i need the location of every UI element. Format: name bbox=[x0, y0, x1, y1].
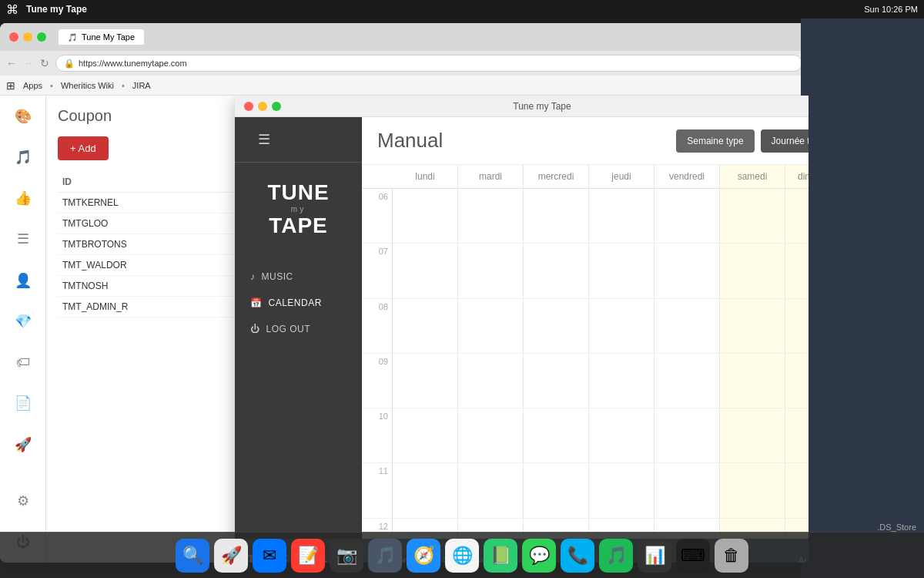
close-dot[interactable] bbox=[9, 32, 18, 42]
back-button[interactable]: ← bbox=[6, 57, 17, 69]
hamburger-button[interactable]: ☰ bbox=[246, 125, 282, 154]
cal-cell[interactable] bbox=[654, 463, 720, 518]
cal-cell[interactable] bbox=[785, 408, 808, 463]
cal-cell[interactable] bbox=[393, 354, 458, 408]
cal-cell[interactable] bbox=[654, 354, 720, 408]
cal-cell[interactable] bbox=[785, 299, 808, 354]
admin-icon-list[interactable]: ☰ bbox=[9, 227, 37, 252]
refresh-button[interactable]: ↻ bbox=[40, 57, 49, 69]
dock-trash[interactable]: 🗑 bbox=[715, 539, 748, 573]
dock-activity[interactable]: 📊 bbox=[638, 539, 671, 573]
tmt-logo-my: my bbox=[250, 205, 346, 213]
cal-cell[interactable] bbox=[720, 463, 785, 518]
cal-cell[interactable] bbox=[524, 463, 589, 518]
dock-tmt[interactable]: 🎵 bbox=[368, 539, 402, 573]
coupon-content: Coupon + Add ID Discount Expires Status … bbox=[46, 96, 808, 563]
cal-cell[interactable] bbox=[524, 408, 589, 463]
browser-tab[interactable]: 🎵 Tune My Tape bbox=[59, 29, 144, 45]
admin-icon-diamond[interactable]: 💎 bbox=[9, 308, 37, 334]
cal-cell[interactable] bbox=[589, 354, 654, 408]
dock-safari[interactable]: 🧭 bbox=[407, 539, 440, 573]
dock-messages[interactable]: 💬 bbox=[522, 539, 556, 573]
cal-cell[interactable] bbox=[589, 244, 654, 298]
cal-cell[interactable] bbox=[589, 463, 654, 518]
browser-traffic-lights[interactable] bbox=[9, 32, 46, 42]
cal-cell[interactable] bbox=[654, 189, 720, 244]
cal-cell[interactable] bbox=[393, 463, 458, 518]
dock-mail[interactable]: ✉ bbox=[253, 539, 286, 573]
page-title: Manual bbox=[377, 129, 443, 153]
cal-cell[interactable] bbox=[458, 299, 524, 354]
cal-cell[interactable] bbox=[654, 299, 720, 354]
dock-chrome[interactable]: 🌐 bbox=[445, 539, 479, 573]
bookmark-jira[interactable]: JIRA bbox=[132, 81, 151, 90]
cal-cell[interactable] bbox=[785, 463, 808, 518]
time-label-07: 07 bbox=[362, 244, 393, 298]
cal-cell[interactable] bbox=[720, 408, 785, 463]
bookmark-apps[interactable]: Apps bbox=[23, 81, 42, 90]
cal-cell[interactable] bbox=[654, 408, 720, 463]
tmt-nav-calendar[interactable]: 📅 CALENDAR bbox=[235, 290, 362, 316]
cal-cell[interactable] bbox=[524, 189, 589, 244]
url-input[interactable]: 🔒 https://www.tunemytape.com bbox=[55, 55, 802, 72]
cal-cell[interactable] bbox=[720, 299, 785, 354]
cal-cell[interactable] bbox=[524, 354, 589, 408]
dock-evernote[interactable]: 📗 bbox=[484, 539, 517, 573]
cal-cell[interactable] bbox=[524, 299, 589, 354]
add-coupon-button[interactable]: + Add bbox=[58, 136, 109, 160]
tmt-maximize-dot[interactable] bbox=[272, 102, 281, 111]
dock-finder[interactable]: 🔍 bbox=[176, 539, 209, 573]
cal-cell[interactable] bbox=[458, 189, 524, 244]
maximize-dot[interactable] bbox=[37, 32, 46, 42]
tmt-minimize-dot[interactable] bbox=[258, 102, 267, 111]
admin-icon-thumbs[interactable]: 👍 bbox=[9, 186, 37, 211]
dock-launchpad[interactable]: 🚀 bbox=[214, 539, 248, 573]
cal-cell[interactable] bbox=[720, 354, 785, 408]
dock-photos[interactable]: 📷 bbox=[330, 539, 363, 573]
time-label-11: 11 bbox=[362, 463, 393, 518]
admin-icon-music[interactable]: 🎵 bbox=[9, 144, 37, 170]
tmt-traffic-lights[interactable] bbox=[244, 102, 281, 111]
cal-cell[interactable] bbox=[785, 189, 808, 244]
cal-cell[interactable] bbox=[458, 354, 524, 408]
cal-cell[interactable] bbox=[589, 299, 654, 354]
admin-icon-tag[interactable]: 🏷 bbox=[9, 350, 37, 375]
semaine-type-button[interactable]: Semaine type bbox=[676, 129, 754, 153]
tmt-nav-logout[interactable]: ⏻ LOG OUT bbox=[235, 316, 362, 342]
cal-cell[interactable] bbox=[589, 408, 654, 463]
cal-cell[interactable] bbox=[393, 299, 458, 354]
tmt-nav-music[interactable]: ♪ MUSIC bbox=[235, 264, 362, 290]
cal-cell[interactable] bbox=[720, 189, 785, 244]
admin-icon-user[interactable]: 👤 bbox=[9, 267, 37, 293]
minimize-dot[interactable] bbox=[23, 32, 32, 42]
admin-icon-gear[interactable]: ⚙ bbox=[9, 488, 37, 513]
tmt-logo-line2: TAPE bbox=[250, 215, 346, 237]
cal-cell[interactable] bbox=[654, 244, 720, 298]
calendar-nav-icon: 📅 bbox=[250, 297, 263, 308]
cal-cell[interactable] bbox=[785, 354, 808, 408]
cal-cell[interactable] bbox=[524, 244, 589, 298]
cal-cell[interactable] bbox=[589, 189, 654, 244]
cal-cell[interactable] bbox=[458, 463, 524, 518]
cal-cell[interactable] bbox=[458, 244, 524, 298]
tmt-close-dot[interactable] bbox=[244, 102, 253, 111]
admin-icon-palette[interactable]: 🎨 bbox=[9, 103, 37, 129]
dock-terminal[interactable]: ⌨ bbox=[676, 539, 710, 573]
dock-skype[interactable]: 📞 bbox=[561, 539, 594, 573]
dock-reminders[interactable]: 📝 bbox=[291, 539, 325, 573]
cal-cell[interactable] bbox=[393, 189, 458, 244]
admin-icon-doc[interactable]: 📄 bbox=[9, 391, 37, 416]
tmt-titlebar: Tune my Tape bbox=[235, 96, 808, 117]
bookmark-wheritics[interactable]: Wheritics Wiki bbox=[61, 81, 114, 90]
admin-icon-rocket[interactable]: 🚀 bbox=[9, 432, 37, 457]
cal-cell[interactable] bbox=[785, 244, 808, 298]
cal-cell[interactable] bbox=[720, 244, 785, 298]
cal-cell[interactable] bbox=[393, 408, 458, 463]
dock-spotify[interactable]: 🎵 bbox=[599, 539, 633, 573]
journee-type-button[interactable]: Journée type bbox=[761, 129, 808, 153]
time-header-spacer bbox=[362, 165, 393, 188]
cal-cell[interactable] bbox=[458, 408, 524, 463]
tmt-nav: ♪ MUSIC 📅 CALENDAR ⏻ LOG OUT bbox=[235, 256, 362, 350]
forward-button[interactable]: → bbox=[23, 57, 34, 69]
cal-cell[interactable] bbox=[393, 244, 458, 298]
